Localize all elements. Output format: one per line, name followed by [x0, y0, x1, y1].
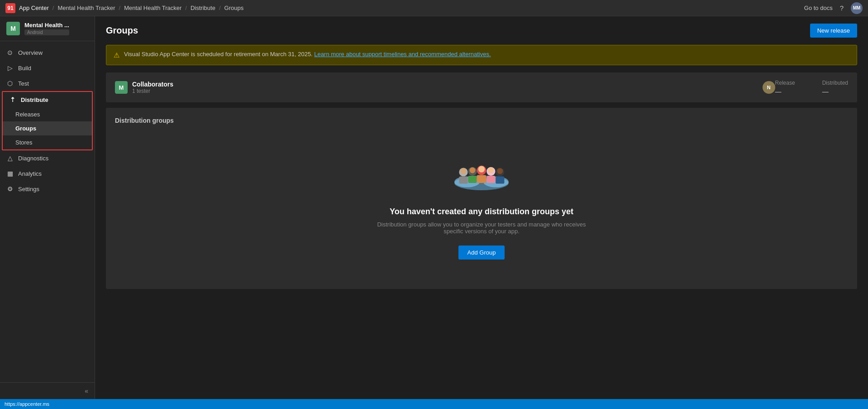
sidebar-distribute-section: ⇡ Distribute Releases Groups Stores	[2, 91, 93, 150]
breadcrumb-mental-health-tracker-1[interactable]: Mental Health Tracker	[57, 5, 115, 11]
release-stat: Release —	[775, 80, 795, 95]
breadcrumb-sep-4: /	[219, 5, 221, 11]
sidebar-item-groups[interactable]: Groups	[3, 121, 92, 135]
distribution-groups-title: Distribution groups	[115, 117, 848, 124]
release-stat-value: —	[775, 88, 795, 95]
distributed-stat-label: Distributed	[822, 80, 848, 86]
diagnostics-icon: △	[6, 154, 14, 162]
distribution-groups-empty-state: You haven't created any distribution gro…	[115, 133, 848, 280]
empty-state-title: You haven't created any distribution gro…	[390, 207, 573, 217]
collaborators-avatars: N	[763, 81, 775, 94]
warning-text: Visual Studio App Center is scheduled fo…	[124, 51, 491, 58]
sidebar-nav: ⊙ Overview ▷ Build ⬡ Test ⇡ Distribute	[0, 41, 95, 382]
settings-icon: ⚙	[6, 185, 14, 192]
top-nav-right: Go to docs ? MM	[804, 2, 863, 14]
sidebar-item-label-settings: Settings	[18, 186, 39, 192]
distributed-stat-value: —	[822, 88, 848, 95]
breadcrumb-sep-3: /	[185, 5, 187, 11]
svg-rect-4	[459, 177, 467, 184]
help-icon[interactable]: ?	[840, 4, 844, 12]
svg-point-5	[461, 168, 467, 174]
sidebar-item-analytics[interactable]: ▦ Analytics	[0, 166, 95, 181]
sidebar-item-label-stores: Stores	[15, 139, 33, 146]
main-layout: M Mental Health ... Android ⊙ Overview ▷…	[0, 16, 868, 399]
go-to-docs-link[interactable]: Go to docs	[804, 5, 833, 11]
sidebar-item-settings[interactable]: ⚙ Settings	[0, 181, 95, 197]
add-group-button[interactable]: Add Group	[458, 245, 505, 260]
content-area: Groups New release ⚠ Visual Studio App C…	[95, 16, 868, 399]
svg-point-8	[470, 168, 476, 173]
release-stat-label: Release	[775, 80, 795, 86]
sidebar-item-stores[interactable]: Stores	[3, 135, 92, 149]
collaborators-count: 1 tester	[132, 88, 754, 94]
svg-rect-13	[486, 176, 495, 183]
sidebar-item-build[interactable]: ▷ Build	[0, 60, 95, 76]
groups-content: M Collaborators 1 tester N Release — Dis…	[106, 72, 857, 399]
user-avatar[interactable]: MM	[851, 2, 863, 14]
collaborator-avatar: N	[763, 81, 775, 94]
sidebar-item-distribute[interactable]: ⇡ Distribute	[3, 92, 92, 107]
new-release-button[interactable]: New release	[810, 24, 857, 38]
sidebar-app-platform: Android	[24, 29, 69, 35]
svg-point-11	[478, 166, 485, 172]
sidebar-item-test[interactable]: ⬡ Test	[0, 76, 95, 91]
warning-banner: ⚠ Visual Studio App Center is scheduled …	[106, 45, 857, 65]
app-icon: M	[6, 22, 20, 35]
app-center-brand: App Center	[19, 5, 49, 11]
collaborators-icon: M	[115, 81, 128, 94]
breadcrumb-distribute[interactable]: Distribute	[191, 5, 215, 11]
sidebar-app-header: M Mental Health ... Android	[0, 16, 95, 41]
warning-link[interactable]: Learn more about support timelines and r…	[314, 51, 491, 58]
sidebar-item-overview[interactable]: ⊙ Overview	[0, 45, 95, 60]
sidebar-item-label-releases: Releases	[15, 111, 40, 118]
sidebar-item-label-test: Test	[18, 80, 29, 87]
svg-rect-16	[496, 177, 504, 184]
sidebar: M Mental Health ... Android ⊙ Overview ▷…	[0, 16, 95, 399]
sidebar-item-label-build: Build	[18, 65, 31, 72]
content-header: Groups New release	[95, 16, 868, 45]
sidebar-footer: «	[0, 382, 95, 399]
build-icon: ▷	[6, 64, 14, 72]
sidebar-item-label-groups: Groups	[15, 125, 36, 132]
svg-rect-7	[468, 176, 477, 183]
page-title: Groups	[106, 25, 138, 36]
app-center-logo: 91	[5, 3, 15, 13]
empty-state-description: Distribution groups allow you to organiz…	[368, 221, 595, 235]
collaborators-stats: Release — Distributed —	[775, 80, 848, 95]
sidebar-item-label-diagnostics: Diagnostics	[18, 155, 48, 162]
analytics-icon: ▦	[6, 170, 14, 177]
breadcrumb-groups[interactable]: Groups	[224, 5, 244, 11]
test-icon: ⬡	[6, 80, 14, 87]
collaborators-info: Collaborators 1 tester	[132, 81, 754, 94]
sidebar-app-info: Mental Health ... Android	[24, 22, 69, 35]
sidebar-item-diagnostics[interactable]: △ Diagnostics	[0, 150, 95, 166]
distribute-icon: ⇡	[9, 96, 16, 103]
distributed-stat: Distributed —	[822, 80, 848, 95]
status-bar: https://appcenter.ms	[0, 399, 868, 409]
sidebar-item-label-analytics: Analytics	[18, 170, 42, 177]
collaborators-name: Collaborators	[132, 81, 754, 88]
overview-icon: ⊙	[6, 49, 14, 56]
sidebar-item-label-distribute: Distribute	[21, 96, 48, 103]
svg-point-17	[497, 168, 503, 174]
distribution-groups-section: Distribution groups	[106, 108, 857, 289]
sidebar-app-name: Mental Health ...	[24, 22, 69, 29]
breadcrumb-mental-health-tracker-2[interactable]: Mental Health Tracker	[124, 5, 181, 11]
svg-point-14	[488, 168, 494, 173]
status-bar-url: https://appcenter.ms	[5, 401, 49, 407]
svg-rect-10	[477, 175, 486, 183]
distribution-groups-illustration	[445, 154, 518, 196]
sidebar-item-releases[interactable]: Releases	[3, 107, 92, 121]
sidebar-item-label-overview: Overview	[18, 49, 43, 56]
breadcrumb-sep-2: /	[119, 5, 121, 11]
sidebar-collapse-button[interactable]: «	[85, 387, 88, 395]
warning-icon: ⚠	[114, 51, 119, 59]
top-nav: 91 App Center / Mental Health Tracker / …	[0, 0, 868, 16]
breadcrumb-sep-1: /	[52, 5, 54, 11]
collaborators-card: M Collaborators 1 tester N Release — Dis…	[106, 72, 857, 102]
